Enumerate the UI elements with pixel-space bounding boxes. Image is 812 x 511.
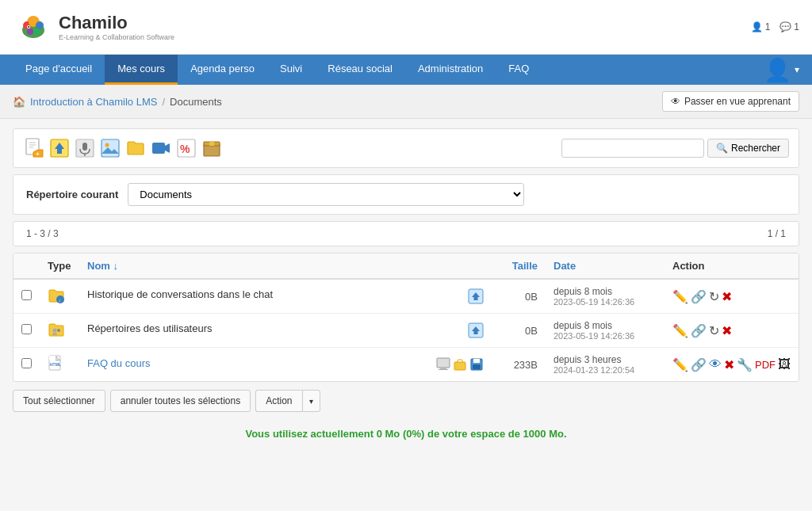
record-video-icon[interactable] (150, 137, 172, 159)
nav-item-suivi[interactable]: Suivi (267, 55, 315, 85)
logo-subtitle: E-Learning & Collaboration Software (59, 33, 174, 41)
pagination-range: 1 - 3 / 3 (26, 228, 59, 239)
top-right-icons: 👤 1 💬 1 (751, 21, 799, 32)
select-all-button[interactable]: Tout sélectionner (13, 390, 105, 412)
file-name-link[interactable]: FAQ du cours (87, 357, 150, 369)
col-header-date: Date (546, 254, 665, 279)
floppy-icon[interactable] (469, 357, 484, 372)
learner-view-label: Passer en vue apprenant (684, 96, 791, 107)
table-row: Répertoires des utilisateurs 0B depuis 8… (13, 314, 799, 348)
logo-title: Chamilo (59, 13, 174, 33)
user-icon-count[interactable]: 👤 1 (751, 21, 771, 32)
pagination-bar: 1 - 3 / 3 1 / 1 (13, 221, 799, 246)
new-folder-icon[interactable] (124, 137, 147, 159)
share-icon[interactable]: 🔗 (691, 323, 707, 338)
search-input[interactable] (561, 139, 704, 158)
delete-icon[interactable]: ✖ (722, 289, 732, 304)
svg-point-6 (33, 29, 40, 35)
image-export-icon[interactable]: 🖼 (778, 357, 791, 372)
user-icon: 👤 (751, 21, 763, 32)
directory-select[interactable]: Documents (128, 183, 524, 206)
learner-view-button[interactable]: 👁 Passer en vue apprenant (662, 91, 799, 112)
row-date-cell: depuis 3 heures 2024-01-23 12:20:54 (546, 348, 665, 382)
svg-point-35 (57, 329, 60, 332)
new-doc-icon[interactable]: + (23, 137, 45, 159)
nav-user-avatar[interactable]: 👤 ▾ (764, 57, 799, 83)
user-count: 1 (765, 21, 771, 32)
row-name-cell: FAQ du cours (79, 348, 498, 382)
scorm-icon[interactable] (201, 137, 223, 159)
message-icon-count[interactable]: 💬 1 (779, 21, 799, 32)
directory-row: Répertoire courant Documents (13, 174, 799, 215)
row-name-cell: Historique de conversations dans le chat (79, 279, 498, 314)
avatar-icon: 👤 (764, 57, 791, 83)
briefcase-icon[interactable] (453, 357, 467, 372)
svg-text:HTML: HTML (50, 362, 61, 367)
view-icon[interactable]: 👁 (709, 357, 722, 372)
deselect-all-button[interactable]: annuler toutes les sélections (110, 390, 251, 412)
pdf-icon[interactable]: PDF (755, 359, 776, 371)
nav-item-admin[interactable]: Administration (405, 55, 496, 85)
date-relative: depuis 8 mois (553, 320, 657, 331)
search-area: 🔍 Rechercher (561, 139, 789, 158)
delete-icon[interactable]: ✖ (724, 357, 734, 372)
record-audio-icon[interactable] (74, 137, 96, 159)
nav-item-agenda[interactable]: Agenda perso (178, 55, 267, 85)
row-type-cell (40, 314, 79, 348)
nav-item-home[interactable]: Page d'accueil (13, 55, 105, 85)
row-download-icon[interactable] (468, 322, 484, 338)
image-icon[interactable] (99, 137, 121, 159)
breadcrumb-course-link[interactable]: Introduction à Chamilo LMS (30, 96, 157, 108)
storage-info-text: Vous utilisez actuellement 0 Mo (0%) de … (245, 428, 566, 440)
row-checkbox[interactable] (21, 290, 32, 300)
svg-point-21 (105, 143, 109, 147)
svg-rect-47 (473, 359, 480, 363)
svg-rect-42 (437, 358, 450, 368)
col-header-name[interactable]: Nom ↓ (79, 254, 498, 279)
nav-items: Page d'accueil Mes cours Agenda perso Su… (13, 55, 542, 85)
type-header-label: Type (48, 260, 71, 272)
col-header-action: Action (665, 254, 799, 279)
edit-icon[interactable]: ✏️ (672, 323, 688, 338)
action-button-group: Action ▾ (255, 390, 320, 412)
monitor-icon[interactable] (436, 357, 450, 372)
upload-icon[interactable] (48, 137, 71, 159)
share-icon[interactable]: 🔗 (691, 289, 707, 304)
edit-icon[interactable]: ✏️ (672, 357, 688, 372)
documents-table: Type Nom ↓ Taille Date Action (13, 253, 799, 382)
refresh-icon[interactable]: ↻ (709, 323, 719, 338)
row-checkbox-cell (13, 314, 40, 348)
message-icon: 💬 (779, 21, 791, 32)
svg-rect-23 (152, 143, 165, 154)
action-dropdown-button[interactable]: ▾ (302, 390, 320, 412)
search-icon: 🔍 (716, 143, 728, 154)
edit-icon[interactable]: ✏️ (672, 289, 688, 304)
row-size-cell: 0B (498, 314, 546, 348)
share-icon[interactable]: 🔗 (691, 357, 707, 372)
nav-item-faq[interactable]: FAQ (496, 55, 542, 85)
directory-label: Répertoire courant (26, 189, 118, 200)
svg-rect-45 (454, 362, 465, 370)
table-row: ↓ Historique de conversations dans le ch… (13, 279, 799, 314)
percent-icon[interactable]: % (175, 137, 197, 159)
delete-icon[interactable]: ✖ (722, 323, 732, 338)
row-checkbox[interactable] (21, 358, 32, 368)
search-button[interactable]: 🔍 Rechercher (707, 139, 789, 158)
main-nav: Page d'accueil Mes cours Agenda perso Su… (0, 55, 812, 85)
svg-text:%: % (180, 143, 190, 155)
row-date-cell: depuis 8 mois 2023-05-19 14:26:36 (546, 279, 665, 314)
folder-users-type-icon (48, 321, 65, 338)
row-checkbox[interactable] (21, 324, 32, 334)
row-download-icon[interactable] (468, 288, 484, 304)
wrench-icon[interactable]: 🔧 (737, 357, 753, 372)
date-relative: depuis 3 heures (553, 354, 657, 365)
nav-item-courses[interactable]: Mes cours (105, 55, 178, 85)
table-header-row: Type Nom ↓ Taille Date Action (13, 254, 799, 279)
svg-rect-40 (49, 356, 56, 360)
col-header-check (13, 254, 40, 279)
action-button[interactable]: Action (255, 390, 301, 412)
nav-item-social[interactable]: Réseau social (315, 55, 405, 85)
svg-marker-24 (165, 143, 170, 153)
refresh-icon[interactable]: ↻ (709, 289, 719, 304)
caret-down-icon: ▾ (309, 397, 313, 406)
